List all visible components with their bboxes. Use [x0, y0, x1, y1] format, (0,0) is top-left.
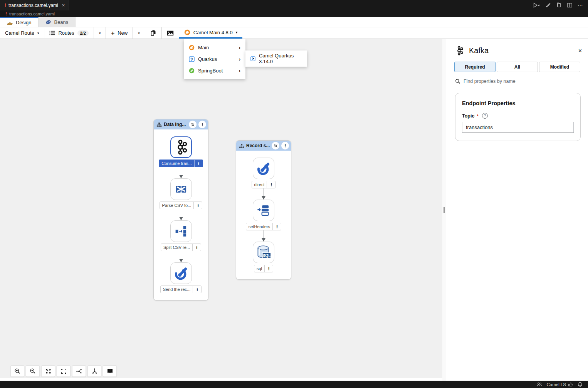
- help-icon[interactable]: ?: [482, 113, 488, 119]
- run-or-debug-button[interactable]: [533, 2, 540, 8]
- step-label-direct[interactable]: direct ⋮: [252, 181, 276, 188]
- catalog-button[interactable]: [103, 365, 117, 377]
- edit-source-button[interactable]: [545, 2, 551, 8]
- route-group-record-storage[interactable]: Record s... ⋮ direct ⋮: [236, 140, 291, 280]
- zoom-out-button[interactable]: [26, 365, 40, 377]
- step-node-sql[interactable]: SQL: [253, 242, 274, 263]
- routes-list-button[interactable]: Routes 2/2: [44, 27, 94, 39]
- unmarshal-icon: [173, 181, 189, 197]
- step-node-kafka[interactable]: [170, 136, 192, 158]
- step-label-consume-transactions[interactable]: Consume tran... ⋮: [159, 160, 203, 167]
- step-label-send-records[interactable]: Send the rec... ⋮: [160, 286, 202, 293]
- tab-modified[interactable]: Modified: [539, 62, 580, 72]
- panel-resize-splitter[interactable]: [442, 39, 446, 381]
- step-node-direct-send[interactable]: [170, 262, 192, 284]
- runtime-selector-button[interactable]: Camel Main 4.8.0 ▾: [179, 27, 242, 39]
- splitter-grip-icon[interactable]: [443, 207, 445, 213]
- properties-panel-title: Kafka: [469, 46, 489, 55]
- thumbs-up-icon: [568, 382, 573, 387]
- fit-to-screen-button[interactable]: [57, 365, 71, 377]
- accounts-button[interactable]: [537, 382, 542, 387]
- step-label-parse-csv[interactable]: Parse CSV fo... ⋮: [160, 202, 203, 209]
- camel-main-icon: [184, 29, 190, 35]
- horizontal-layout-button[interactable]: [72, 365, 86, 377]
- step-menu-icon[interactable]: ⋮: [192, 244, 201, 251]
- direct-icon: [173, 265, 189, 281]
- topic-label: Topic: [462, 113, 474, 119]
- topic-input[interactable]: [462, 122, 574, 133]
- connection-arrow: [179, 251, 183, 262]
- step-node-setheaders[interactable]: [253, 200, 274, 221]
- new-dropdown-button[interactable]: ▾: [133, 27, 145, 39]
- step-menu-icon[interactable]: ⋮: [193, 286, 201, 293]
- export-image-button[interactable]: [162, 27, 179, 39]
- step-menu-icon[interactable]: ⋮: [267, 181, 275, 188]
- runtime-menu-item-quarkus[interactable]: Quarkus ›: [184, 53, 245, 65]
- breadcrumb[interactable]: ! transactions.camel.yaml: [0, 10, 588, 17]
- route-group-data-ingestion[interactable]: Data ing... ⋮: [153, 119, 208, 301]
- editor-tab-bar: ! transactions.camel.yaml × ⋯: [0, 0, 588, 10]
- bean-icon: [45, 20, 51, 25]
- close-panel-icon[interactable]: ×: [578, 47, 582, 54]
- runtime-menu: Main › Quarkus › SpringBoot ›: [184, 39, 245, 79]
- step-menu-icon[interactable]: ⋮: [272, 223, 281, 230]
- step-label-setheaders[interactable]: setHeaders ⋮: [246, 223, 281, 230]
- close-tab-icon[interactable]: ×: [62, 2, 65, 8]
- camel-main-icon: [189, 45, 195, 50]
- search-input[interactable]: [464, 79, 580, 84]
- route-menu-button[interactable]: ⋮: [198, 121, 206, 128]
- status-bar: Camel LS: [0, 381, 588, 388]
- collapse-route-button[interactable]: [189, 121, 197, 128]
- runtime-menu-item-camel-quarkus[interactable]: Camel Quarkus 3.14.0: [250, 53, 302, 64]
- new-route-button[interactable]: + New: [106, 27, 133, 39]
- tab-all[interactable]: All: [497, 62, 538, 72]
- menu-item-label: Quarkus: [198, 56, 217, 62]
- copy-source-button[interactable]: [145, 27, 161, 39]
- route-menu-button[interactable]: ⋮: [281, 142, 289, 149]
- step-node-unmarshal[interactable]: [170, 178, 192, 200]
- notifications-button[interactable]: [578, 382, 583, 387]
- flow-type-selector[interactable]: Camel Route ▾: [0, 27, 44, 39]
- camel-ls-status[interactable]: Camel LS: [547, 382, 573, 387]
- runtime-menu-item-springboot[interactable]: SpringBoot ›: [184, 65, 245, 76]
- fit-to-screen-icon: [61, 368, 67, 374]
- routes-count-badge: 2/2: [77, 30, 89, 36]
- catalog-book-icon: [107, 368, 113, 374]
- expand-button[interactable]: [41, 365, 55, 377]
- tab-required[interactable]: Required: [454, 62, 496, 72]
- zoom-in-button[interactable]: [10, 365, 24, 377]
- new-label: New: [118, 30, 128, 36]
- kaoto-view-tabs: Design Beans: [0, 17, 588, 27]
- tab-beans[interactable]: Beans: [39, 17, 76, 27]
- collapse-route-button[interactable]: [272, 142, 279, 149]
- split-editor-button[interactable]: [567, 2, 573, 8]
- step-label-split-csv[interactable]: Split CSV re... ⋮: [161, 244, 201, 251]
- step-label-sql[interactable]: sql ⋮: [254, 265, 273, 272]
- search-icon: [455, 79, 460, 84]
- step-menu-icon[interactable]: ⋮: [193, 202, 202, 209]
- collapse-icon: [191, 123, 195, 127]
- runtime-menu-item-main[interactable]: Main ›: [184, 42, 245, 53]
- vertical-layout-button[interactable]: [87, 365, 101, 377]
- route-group-header[interactable]: Data ing... ⋮: [154, 119, 208, 129]
- caret-down-icon: ▾: [37, 31, 39, 35]
- step-menu-icon[interactable]: ⋮: [264, 265, 273, 272]
- file-tab[interactable]: ! transactions.camel.yaml ×: [0, 0, 69, 10]
- step-node-split[interactable]: [170, 220, 192, 242]
- step-menu-icon[interactable]: ⋮: [194, 160, 203, 167]
- expand-icon: [45, 368, 51, 374]
- chevron-right-icon: ›: [239, 45, 240, 50]
- route-group-icon: [156, 122, 162, 127]
- route-canvas[interactable]: Main › Quarkus › SpringBoot › Camel Quar…: [0, 39, 442, 381]
- route-group-icon: [239, 143, 244, 148]
- svg-text:SQL: SQL: [262, 253, 271, 258]
- step-node-direct[interactable]: [253, 158, 274, 179]
- routes-dropdown-button[interactable]: ▾: [94, 27, 106, 39]
- tab-design[interactable]: Design: [0, 17, 39, 27]
- route-group-header[interactable]: Record s... ⋮: [236, 141, 291, 151]
- connection-arrow: [262, 230, 265, 242]
- properties-search[interactable]: [454, 77, 580, 86]
- more-actions-button[interactable]: ⋯: [578, 2, 583, 8]
- open-changes-button[interactable]: [556, 2, 562, 8]
- file-tab-title: transactions.camel.yaml: [8, 3, 58, 8]
